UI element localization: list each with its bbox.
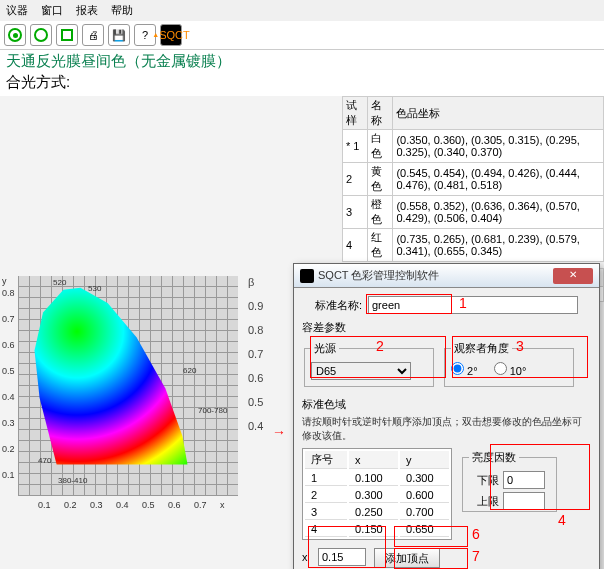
main-area: 试样 名称 色品坐标 * 1白色(0.350, 0.360), (0.305, … [0,96,604,569]
print-icon[interactable]: 🖨 [82,24,104,46]
annotation-3: 3 [516,338,524,354]
annotation-2: 2 [376,338,384,354]
close-button[interactable]: ✕ [553,268,593,284]
table-row[interactable]: 2黄色(0.545, 0.454), (0.494, 0.426), (0.44… [343,163,604,196]
hint-text: 请按顺时针或逆时针顺序添加顶点；双击想要修改的色品坐标可修改该值。 [302,415,591,443]
sqct-icon[interactable]: ▲SQCT [160,24,182,46]
annotation-1: 1 [459,295,467,311]
table-row[interactable]: 4红色(0.735, 0.265), (0.681, 0.239), (0.57… [343,229,604,262]
menu-help[interactable]: 帮助 [111,4,133,16]
std-name-label: 标准名称: [302,298,362,313]
redbox-5 [308,526,386,568]
tool-circle-dot[interactable] [4,24,26,46]
redbox-7 [394,548,468,569]
tool-circle[interactable] [30,24,52,46]
toolbar: 🖨 💾 ? ▲SQCT [0,21,604,50]
redbox-4 [490,444,590,510]
std-gamut-label: 标准色域 [302,397,591,412]
tool-square[interactable] [56,24,78,46]
table-row[interactable]: 10.1000.300 [305,471,449,486]
app-icon [300,269,314,283]
redbox-6 [394,526,468,547]
table-row[interactable]: 3橙色(0.558, 0.352), (0.636, 0.364), (0.57… [343,196,604,229]
annotation-4: 4 [558,512,566,528]
dialog-titlebar: SQCT 色彩管理控制软件 ✕ [294,264,599,288]
annotation-7: 7 [472,548,480,564]
sqct-dialog: SQCT 色彩管理控制软件 ✕ 标准名称: 容差参数 光源 D65 观察者角度 … [293,263,600,569]
menu-report[interactable]: 报表 [76,4,98,16]
menu-instrument[interactable]: 议器 [6,4,28,16]
page-subtitle: 合光方式: [0,73,604,96]
annotation-6: 6 [472,526,480,542]
red-arrow-indicator: → [272,424,286,440]
dialog-title: SQCT 色彩管理控制软件 [318,268,439,283]
col-name: 名称 [368,97,393,130]
menu-bar: 议器 窗口 报表 帮助 [0,0,604,21]
redbox-1 [366,294,452,314]
table-row[interactable]: 20.3000.600 [305,488,449,503]
page-title: 天通反光膜昼间色（无金属镀膜） [0,50,604,73]
menu-window[interactable]: 窗口 [41,4,63,16]
col-coords: 色品坐标 [393,97,604,130]
cie-chart: y 0.8 0.7 0.6 0.5 0.4 0.3 0.2 0.1 520 53… [0,276,240,526]
standards-table: 试样 名称 色品坐标 * 1白色(0.350, 0.360), (0.305, … [342,96,604,262]
table-row[interactable]: 30.2500.700 [305,505,449,520]
col-sample: 试样 [343,97,368,130]
save-icon[interactable]: 💾 [108,24,130,46]
beta-axis: β0.90.8 0.70.60.5 0.4 [248,276,263,444]
table-row[interactable]: * 1白色(0.350, 0.360), (0.305, 0.315), (0.… [343,130,604,163]
tolerance-label: 容差参数 [302,320,591,335]
